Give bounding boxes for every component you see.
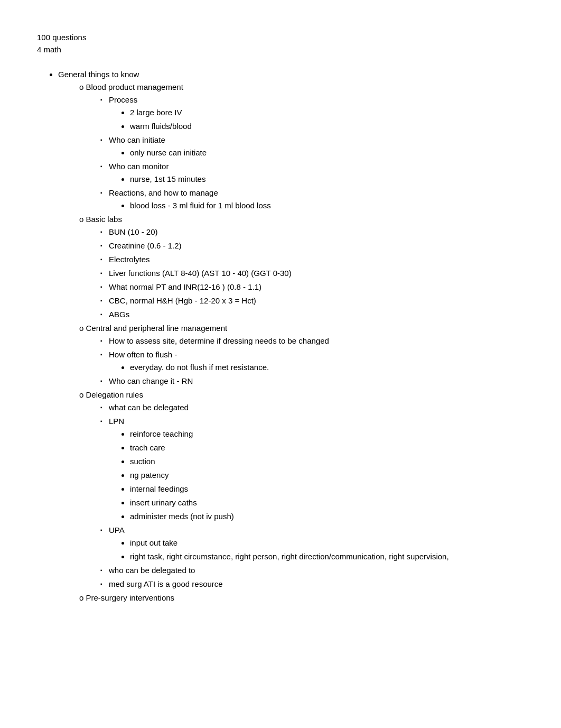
- level3-item-3: who can be delegated to: [100, 564, 524, 577]
- level4-item-0: input out take: [130, 537, 524, 549]
- level3-label: ABGs: [109, 310, 129, 319]
- level3-item-5: CBC, normal H&H (Hgb - 12-20 x 3 = Hct): [100, 294, 524, 307]
- level3-item-1: LPNreinforce teachingtrach caresuctionng…: [100, 415, 524, 523]
- level3-label: what can be delegated: [109, 403, 189, 412]
- level3-label: Who can initiate: [109, 135, 165, 144]
- level3-item-6: ABGs: [100, 308, 524, 321]
- level2-label: Blood product management: [86, 82, 183, 91]
- level4-item-6: administer meds (not iv push): [130, 510, 524, 523]
- level4-item-0: everyday. do not flush if met resistance…: [130, 361, 524, 374]
- level3-label: Electrolytes: [109, 255, 150, 264]
- header-line1: 100 questions: [37, 32, 524, 44]
- level4-item-0: 2 large bore IV: [130, 106, 524, 119]
- level4-item-2: suction: [130, 455, 524, 468]
- level3-item-3: Liver functions (ALT 8-40) (AST 10 - 40)…: [100, 267, 524, 280]
- level3-item-2: Electrolytes: [100, 253, 524, 266]
- header-section: 100 questions 4 math: [37, 32, 524, 56]
- level3-label: How to assess site, determine if dressin…: [109, 336, 329, 345]
- level3-label: CBC, normal H&H (Hgb - 12-20 x 3 = Hct): [109, 296, 256, 305]
- level3-item-0: BUN (10 - 20): [100, 226, 524, 238]
- level1-item-0: General things to knowBlood product mana…: [58, 68, 524, 604]
- level3-label: who can be delegated to: [109, 566, 195, 575]
- level3-item-0: How to assess site, determine if dressin…: [100, 335, 524, 347]
- level2-item-2: Central and peripheral line managementHo…: [79, 322, 524, 388]
- level3-label: Who can change it - RN: [109, 376, 193, 385]
- level2-label: Delegation rules: [86, 390, 143, 399]
- level3-label: LPN: [109, 417, 124, 426]
- level3-label: Reactions, and how to manage: [109, 188, 218, 197]
- level3-item-0: Process2 large bore IVwarm fluids/blood: [100, 94, 524, 133]
- level3-item-4: What normal PT and INR(12-16 ) (0.8 - 1.…: [100, 281, 524, 293]
- level2-item-3: Delegation ruleswhat can be delegatedLPN…: [79, 389, 524, 591]
- level4-item-0: only nurse can initiate: [130, 146, 524, 159]
- level3-label: Creatinine (0.6 - 1.2): [109, 241, 182, 250]
- level4-item-4: internal feedings: [130, 483, 524, 495]
- level3-item-2: Who can monitornurse, 1st 15 minutes: [100, 160, 524, 186]
- level2-label: Pre-surgery interventions: [86, 593, 175, 602]
- level3-label: UPA: [109, 526, 125, 535]
- level3-item-0: what can be delegated: [100, 401, 524, 414]
- level3-item-1: Creatinine (0.6 - 1.2): [100, 239, 524, 252]
- main-content: General things to knowBlood product mana…: [37, 68, 524, 604]
- level3-label: med surg ATI is a good resource: [109, 579, 223, 588]
- level2-item-0: Blood product managementProcess2 large b…: [79, 81, 524, 212]
- level2-label: Basic labs: [86, 215, 122, 224]
- level3-label: What normal PT and INR(12-16 ) (0.8 - 1.…: [109, 282, 261, 291]
- level1-label: General things to know: [58, 70, 139, 79]
- level4-item-0: reinforce teaching: [130, 428, 524, 440]
- level3-item-1: Who can initiateonly nurse can initiate: [100, 134, 524, 159]
- level4-item-1: warm fluids/blood: [130, 120, 524, 133]
- level3-item-2: UPAinput out takeright task, right circu…: [100, 524, 524, 563]
- level4-item-1: trach care: [130, 441, 524, 454]
- level2-item-4: Pre-surgery interventions: [79, 592, 524, 604]
- level3-label: Who can monitor: [109, 162, 169, 171]
- header-line2: 4 math: [37, 44, 524, 56]
- level3-item-4: med surg ATI is a good resource: [100, 578, 524, 591]
- level3-item-3: Reactions, and how to manageblood loss -…: [100, 187, 524, 212]
- level3-label: Liver functions (ALT 8-40) (AST 10 - 40)…: [109, 269, 292, 278]
- level4-item-0: blood loss - 3 ml fluid for 1 ml blood l…: [130, 199, 524, 212]
- level4-item-0: nurse, 1st 15 minutes: [130, 173, 524, 186]
- level3-label: Process: [109, 95, 137, 104]
- level3-label: How often to flush -: [109, 350, 177, 359]
- level2-label: Central and peripheral line management: [86, 324, 228, 333]
- level4-item-5: insert urinary caths: [130, 496, 524, 509]
- level3-item-1: How often to flush -everyday. do not flu…: [100, 348, 524, 374]
- level3-item-2: Who can change it - RN: [100, 375, 524, 388]
- level3-label: BUN (10 - 20): [109, 227, 158, 236]
- level2-item-1: Basic labsBUN (10 - 20)Creatinine (0.6 -…: [79, 213, 524, 321]
- level4-item-1: right task, right circumstance, right pe…: [130, 550, 524, 563]
- level4-item-3: ng patency: [130, 469, 524, 482]
